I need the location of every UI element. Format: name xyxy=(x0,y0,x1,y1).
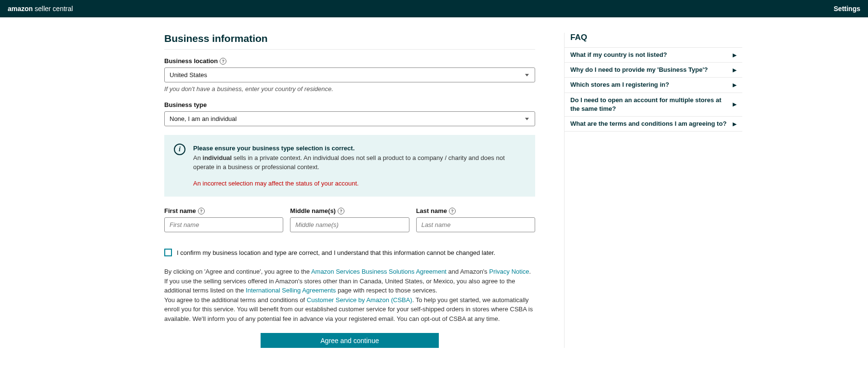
faq-item[interactable]: What are the terms and conditions I am a… xyxy=(565,117,742,132)
privacy-link[interactable]: Privacy Notice xyxy=(489,268,529,275)
faq-question: What if my country is not listed? xyxy=(570,51,667,59)
middle-name-input[interactable] xyxy=(290,217,409,232)
amazon-seller-central-logo: amazon seller central xyxy=(8,5,73,13)
confirm-row: I confirm my business location and type … xyxy=(164,249,535,256)
middle-name-label: Middle name(s) ? xyxy=(290,207,409,214)
faq-question: Do I need to open an account for multipl… xyxy=(570,96,727,113)
business-type-select[interactable]: None, I am an individual xyxy=(164,111,535,126)
page-title: Business information xyxy=(164,33,535,44)
agreement-link[interactable]: Amazon Services Business Solutions Agree… xyxy=(311,268,447,275)
alert-line-bold: individual xyxy=(203,154,232,161)
business-location-hint: If you don't have a business, enter your… xyxy=(164,85,535,93)
alert-body: Please ensure your business type selecti… xyxy=(193,144,526,188)
help-icon[interactable]: ? xyxy=(449,208,456,214)
faq-item[interactable]: What if my country is not listed? ▶ xyxy=(565,48,742,63)
logo-prefix: amazon xyxy=(8,5,33,13)
settings-link[interactable]: Settings xyxy=(834,5,860,13)
help-icon[interactable]: ? xyxy=(198,208,205,214)
alert-line-suffix: sells in a private context. An individua… xyxy=(193,154,505,171)
faq-item[interactable]: Do I need to open an account for multipl… xyxy=(565,93,742,117)
chevron-right-icon: ▶ xyxy=(733,67,736,73)
faq-question: Which stores am I registering in? xyxy=(570,80,669,89)
alert-error: An incorrect selection may affect the st… xyxy=(193,179,526,188)
faq-list: What if my country is not listed? ▶ Why … xyxy=(565,47,742,132)
page-container: Business information Business location ?… xyxy=(111,17,757,367)
csba-link[interactable]: Customer Service by Amazon (CSBA) xyxy=(307,296,412,304)
faq-item[interactable]: Which stores am I registering in? ▶ xyxy=(565,78,742,93)
chevron-right-icon: ▶ xyxy=(733,82,736,88)
chevron-right-icon: ▶ xyxy=(733,101,736,107)
legal-text: By clicking on 'Agree and continue', you… xyxy=(164,267,535,323)
faq-title: FAQ xyxy=(565,33,742,47)
chevron-right-icon: ▶ xyxy=(733,121,736,127)
last-name-label: Last name ? xyxy=(416,207,535,214)
chevron-right-icon: ▶ xyxy=(733,52,736,58)
help-icon[interactable]: ? xyxy=(220,58,226,65)
first-name-label: First name ? xyxy=(164,207,283,214)
first-name-group: First name ? xyxy=(164,207,283,232)
confirm-label: I confirm my business location and type … xyxy=(177,249,495,256)
business-location-group: Business location ? United States If you… xyxy=(164,57,535,93)
help-icon[interactable]: ? xyxy=(338,208,344,214)
confirm-checkbox[interactable] xyxy=(164,249,172,256)
alert-title: Please ensure your business type selecti… xyxy=(193,145,355,152)
agree-continue-button[interactable]: Agree and continue xyxy=(261,333,439,348)
info-icon: i xyxy=(174,144,185,155)
alert-line-prefix: An xyxy=(193,154,203,161)
middle-name-group: Middle name(s) ? xyxy=(290,207,409,232)
faq-sidebar: FAQ What if my country is not listed? ▶ … xyxy=(564,33,742,348)
business-location-select[interactable]: United States xyxy=(164,67,535,82)
intl-selling-link[interactable]: International Selling Agreements xyxy=(246,287,336,294)
last-name-group: Last name ? xyxy=(416,207,535,232)
main-form: Business information Business location ?… xyxy=(164,33,535,348)
app-header: amazon seller central Settings xyxy=(0,0,868,17)
business-location-label: Business location ? xyxy=(164,57,535,65)
faq-item[interactable]: Why do I need to provide my 'Business Ty… xyxy=(565,63,742,78)
logo-suffix: seller central xyxy=(35,5,73,13)
first-name-input[interactable] xyxy=(164,217,283,232)
faq-question: Why do I need to provide my 'Business Ty… xyxy=(570,66,708,74)
title-divider xyxy=(164,49,535,50)
info-alert: i Please ensure your business type selec… xyxy=(164,135,535,197)
name-row: First name ? Middle name(s) ? Last name … xyxy=(164,207,535,240)
last-name-input[interactable] xyxy=(416,217,535,232)
business-type-group: Business type None, I am an individual xyxy=(164,101,535,126)
business-type-label: Business type xyxy=(164,101,535,108)
faq-question: What are the terms and conditions I am a… xyxy=(570,119,726,128)
